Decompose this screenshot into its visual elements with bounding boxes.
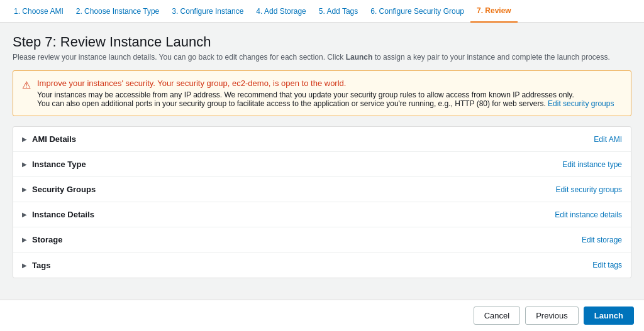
step-step7: 7. Review — [470, 0, 518, 23]
step-step4[interactable]: 4. Add Storage — [250, 0, 312, 23]
section-label-instance-details: Instance Details — [32, 210, 94, 219]
step-step2[interactable]: 2. Choose Instance Type — [70, 0, 166, 23]
section-row-instance-type[interactable]: ▶Instance TypeEdit instance type — [13, 152, 631, 177]
subtitle-prefix: Please review your instance launch detai… — [13, 53, 346, 62]
section-row-instance-details[interactable]: ▶Instance DetailsEdit instance details — [13, 202, 631, 227]
section-label-tags: Tags — [32, 261, 50, 270]
page-subtitle: Please review your instance launch detai… — [13, 53, 631, 62]
section-label-instance-type: Instance Type — [32, 160, 86, 169]
chevron-icon-storage: ▶ — [22, 236, 27, 243]
edit-link-security-groups[interactable]: Edit security groups — [556, 185, 622, 194]
warning-box: ⚠ Improve your instances' security. Your… — [13, 70, 631, 116]
step-step1[interactable]: 1. Choose AMI — [8, 0, 70, 23]
edit-link-ami-details[interactable]: Edit AMI — [594, 135, 622, 144]
section-row-ami-details[interactable]: ▶AMI DetailsEdit AMI — [13, 127, 631, 152]
chevron-icon-tags: ▶ — [22, 262, 27, 269]
warning-icon: ⚠ — [22, 79, 31, 91]
section-row-left-security-groups: ▶Security Groups — [22, 185, 96, 194]
section-row-left-ami-details: ▶AMI Details — [22, 134, 76, 144]
step-step5[interactable]: 5. Add Tags — [313, 0, 365, 23]
step-step6[interactable]: 6. Configure Security Group — [364, 0, 470, 23]
section-row-security-groups[interactable]: ▶Security GroupsEdit security groups — [13, 177, 631, 202]
chevron-icon-ami-details: ▶ — [22, 136, 27, 143]
launch-button[interactable]: Launch — [584, 307, 634, 325]
previous-button[interactable]: Previous — [525, 307, 579, 325]
step-step3[interactable]: 3. Configure Instance — [165, 0, 250, 23]
section-row-left-instance-details: ▶Instance Details — [22, 210, 94, 219]
subtitle-bold: Launch — [346, 53, 373, 62]
page-title: Step 7: Review Instance Launch — [13, 34, 631, 50]
edit-link-instance-type[interactable]: Edit instance type — [562, 160, 622, 169]
warning-line2: You can also open additional ports in yo… — [37, 99, 614, 108]
chevron-icon-security-groups: ▶ — [22, 186, 27, 193]
section-row-left-tags: ▶Tags — [22, 261, 50, 270]
section-label-ami-details: AMI Details — [32, 134, 76, 144]
edit-link-tags[interactable]: Edit tags — [592, 261, 622, 269]
warning-line1: Your instances may be accessible from an… — [37, 90, 614, 99]
section-label-security-groups: Security Groups — [32, 185, 96, 194]
warning-edit-link[interactable]: Edit security groups — [548, 99, 614, 108]
edit-link-storage[interactable]: Edit storage — [582, 236, 622, 244]
section-label-storage: Storage — [32, 235, 62, 244]
warning-content: Improve your instances' security. Your s… — [37, 79, 614, 108]
section-row-tags[interactable]: ▶TagsEdit tags — [13, 252, 631, 278]
section-list: ▶AMI DetailsEdit AMI▶Instance TypeEdit i… — [13, 126, 631, 278]
cancel-button[interactable]: Cancel — [474, 307, 520, 325]
section-row-left-instance-type: ▶Instance Type — [22, 160, 86, 169]
warning-title: Improve your instances' security. Your s… — [37, 79, 614, 88]
chevron-icon-instance-details: ▶ — [22, 211, 27, 218]
edit-link-instance-details[interactable]: Edit instance details — [555, 210, 622, 219]
main-content: Step 7: Review Instance Launch Please re… — [0, 23, 644, 300]
subtitle-suffix: to assign a key pair to your instance an… — [372, 53, 610, 62]
chevron-icon-instance-type: ▶ — [22, 161, 27, 168]
section-row-storage[interactable]: ▶StorageEdit storage — [13, 227, 631, 252]
footer: Cancel Previous Launch — [0, 300, 644, 331]
steps-bar: 1. Choose AMI2. Choose Instance Type3. C… — [0, 0, 644, 23]
section-row-left-storage: ▶Storage — [22, 235, 62, 244]
